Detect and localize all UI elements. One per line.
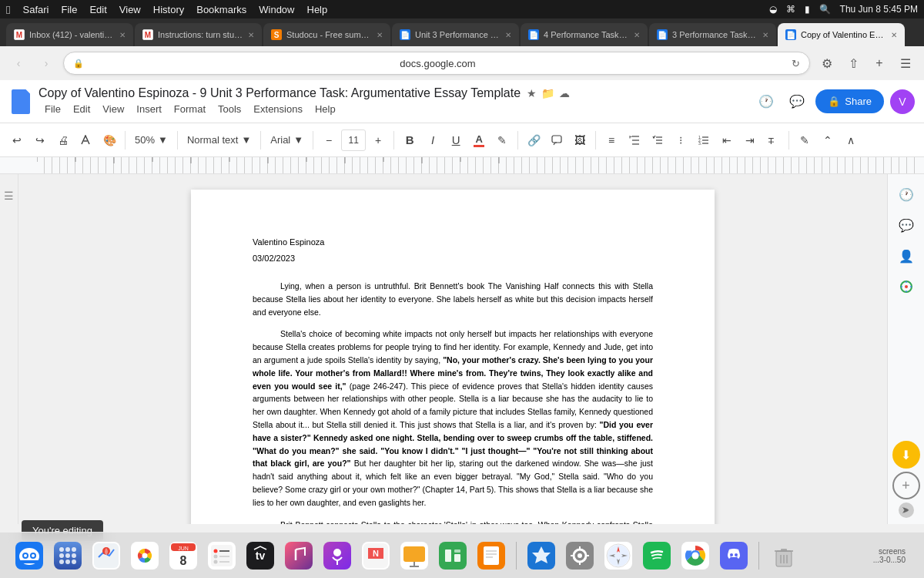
checklist-button[interactable]	[647, 128, 668, 153]
search-icon[interactable]: 🔍	[819, 4, 831, 15]
redo-button[interactable]: ↪	[29, 128, 51, 153]
sidebar-browser-btn[interactable]: ☰	[895, 52, 916, 74]
dock-appletv[interactable]: tv	[243, 539, 277, 573]
doc-content[interactable]: Valentino Espinoza 03/02/2023 Lying, whe…	[253, 236, 653, 524]
dock-spotify[interactable]	[640, 539, 674, 573]
image-button[interactable]: 🖼	[569, 128, 591, 153]
doc-title[interactable]: Copy of Valentino Espinoza - 9 Unit 3 Pe…	[38, 86, 521, 100]
tab-close-unit3[interactable]: ✕	[505, 31, 511, 39]
dock-reminders[interactable]	[205, 539, 239, 573]
comment-inline-button[interactable]	[546, 128, 567, 153]
tab-instructions[interactable]: M Instructions: turn study n... ✕	[135, 23, 262, 46]
align-button[interactable]: ≡	[601, 128, 622, 153]
increase-indent-button[interactable]: ⇥	[739, 128, 761, 153]
tab-close-4perf[interactable]: ✕	[634, 31, 640, 39]
menu-safari[interactable]: Safari	[22, 4, 49, 15]
dock-numbers[interactable]	[436, 539, 470, 573]
tab-3perf[interactable]: 📄 3 Performance Task: Arg... ✕	[649, 23, 776, 46]
font-color-button[interactable]: A	[468, 128, 490, 153]
menu-insert[interactable]: Insert	[130, 102, 168, 116]
back-button[interactable]: ‹	[8, 52, 29, 74]
scroll-down-btn[interactable]: ⮞	[899, 502, 914, 518]
menu-help[interactable]: Help	[309, 102, 342, 116]
undo-button[interactable]: ↩	[6, 128, 28, 153]
apple-menu[interactable]: 	[6, 3, 10, 16]
menu-file[interactable]: File	[38, 102, 67, 116]
expand-button[interactable]: ∧	[840, 128, 862, 153]
menu-bookmarks[interactable]: Bookmarks	[196, 4, 246, 15]
share-browser-btn[interactable]: ⇧	[842, 52, 864, 74]
tab-close-studocu[interactable]: ✕	[377, 31, 383, 39]
outline-icon[interactable]: ☰	[4, 190, 14, 202]
menu-view[interactable]: View	[119, 4, 141, 15]
bullet-list-button[interactable]: ⁝	[670, 128, 691, 153]
line-spacing-button[interactable]	[624, 128, 645, 153]
style-select[interactable]: Normal text ▼	[182, 129, 256, 152]
dock-trash[interactable]	[767, 539, 801, 573]
dock-systemprefs[interactable]	[563, 539, 597, 573]
menu-view[interactable]: View	[96, 102, 130, 116]
extensions-btn[interactable]: ⚙	[816, 52, 838, 74]
print-button[interactable]: 🖨	[52, 128, 74, 153]
dock-appstore[interactable]	[524, 539, 558, 573]
version-history-button[interactable]: 🕐	[754, 89, 778, 114]
font-size-input[interactable]	[341, 129, 366, 151]
doc-paragraph-3[interactable]: Brit Bennett connects Stella to the char…	[253, 519, 653, 524]
share-button[interactable]: 🔒 Share	[815, 89, 884, 113]
star-icon[interactable]: ★	[527, 87, 537, 99]
menu-extensions[interactable]: Extensions	[247, 102, 309, 116]
dock-photos[interactable]	[128, 539, 162, 573]
dock-safari[interactable]	[601, 539, 635, 573]
dock-calendar[interactable]: 8 JUN	[166, 539, 200, 573]
more-options-button[interactable]: ✎	[794, 128, 815, 153]
address-input[interactable]: 🔒 docs.google.com ↻	[63, 52, 810, 75]
add-side-btn[interactable]: +	[892, 472, 920, 499]
dock-news[interactable]: N	[359, 539, 393, 573]
font-size-decrease[interactable]: −	[318, 128, 340, 153]
dock-pages[interactable]	[474, 539, 508, 573]
dock-launchpad[interactable]	[51, 539, 85, 573]
clear-formatting-button[interactable]: T̶	[762, 128, 784, 153]
bold-button[interactable]: B	[399, 128, 420, 153]
tab-studocu[interactable]: S Studocu - Free summari... ✕	[263, 23, 390, 46]
new-tab-btn[interactable]: +	[869, 52, 890, 74]
version-history-side-btn[interactable]: 🕐	[892, 180, 920, 208]
folder-icon[interactable]: 📁	[541, 87, 554, 99]
menu-tools[interactable]: Tools	[212, 102, 247, 116]
spellcheck-button[interactable]	[75, 128, 97, 153]
underline-button[interactable]: U	[445, 128, 467, 153]
font-size-increase[interactable]: +	[367, 128, 389, 153]
tab-unit3[interactable]: 📄 Unit 3 Performance Task... ✕	[392, 23, 519, 46]
decrease-indent-button[interactable]: ⇤	[716, 128, 738, 153]
menu-help[interactable]: Help	[307, 4, 328, 15]
tab-close-3perf[interactable]: ✕	[762, 31, 768, 39]
tab-copy[interactable]: 📄 Copy of Valentino Espin... ✕	[778, 23, 905, 46]
menu-format[interactable]: Format	[168, 102, 212, 116]
doc-paragraph-1[interactable]: Lying, when a person is untruthful. Brit…	[253, 280, 653, 318]
highlight-button[interactable]: ✎	[491, 128, 513, 153]
dock-discord[interactable]	[717, 539, 751, 573]
tab-close-gmail[interactable]: ✕	[119, 31, 126, 39]
menu-file[interactable]: File	[61, 4, 77, 15]
paint-format-button[interactable]: 🎨	[99, 128, 120, 153]
dock-maps[interactable]	[89, 539, 123, 573]
user-avatar[interactable]: V	[890, 89, 915, 114]
numbered-list-button[interactable]: 1.2.3.	[693, 128, 715, 153]
zoom-select[interactable]: 50% ▼	[130, 129, 172, 152]
dock-podcasts[interactable]	[320, 539, 354, 573]
comments-button[interactable]: 💬	[785, 89, 809, 114]
forward-button[interactable]: ›	[35, 52, 57, 74]
people-side-btn[interactable]: 👤	[892, 242, 920, 270]
menu-edit[interactable]: Edit	[89, 4, 106, 15]
tab-gmail[interactable]: M Inbox (412) - valentino.e... ✕	[6, 23, 133, 46]
link-button[interactable]: 🔗	[523, 128, 544, 153]
more-button[interactable]: ⌃	[817, 128, 839, 153]
font-select[interactable]: Arial ▼	[266, 129, 308, 152]
tab-close-instructions[interactable]: ✕	[248, 31, 254, 39]
dock-keynote[interactable]	[397, 539, 431, 573]
doc-paragraph-2[interactable]: Stella's choice of becoming white impact…	[253, 328, 653, 509]
menu-window[interactable]: Window	[259, 4, 294, 15]
doc-scroll-area[interactable]: Valentino Espinoza 03/02/2023 Lying, whe…	[18, 174, 887, 524]
menu-history[interactable]: History	[153, 4, 184, 15]
dock-music[interactable]	[282, 539, 316, 573]
